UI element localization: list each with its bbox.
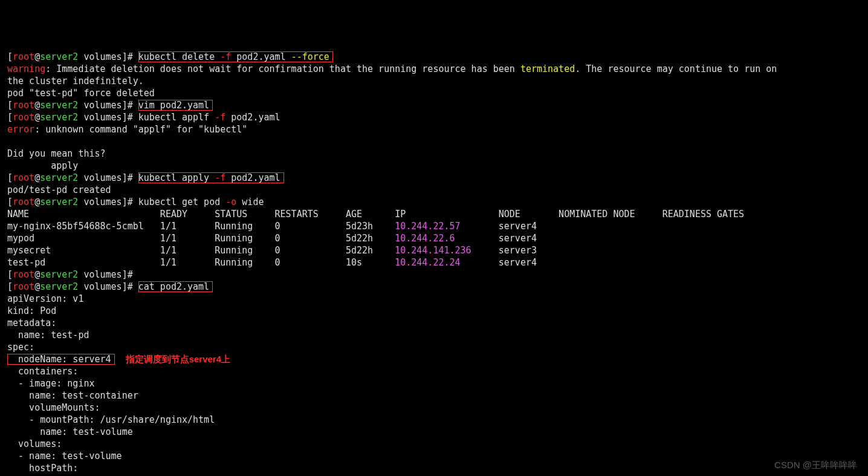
terminal-output[interactable]: [root@server2 volumes]# kubectl delete -… xyxy=(7,51,861,476)
boxed-cmd-cat: cat pod2.yaml xyxy=(138,281,213,292)
boxed-nodename: nodeName: server4 xyxy=(7,354,115,365)
boxed-cmd-delete: kubectl delete -f pod2.yaml --force xyxy=(138,51,333,62)
annotation-text: 指定调度到节点server4上 xyxy=(126,354,230,364)
boxed-cmd-apply: kubectl apply -f pod2.yaml xyxy=(138,172,284,183)
boxed-cmd-vim: vim pod2.yaml xyxy=(138,100,213,111)
watermark: CSDN @王哞哞哞哞 xyxy=(774,459,857,471)
